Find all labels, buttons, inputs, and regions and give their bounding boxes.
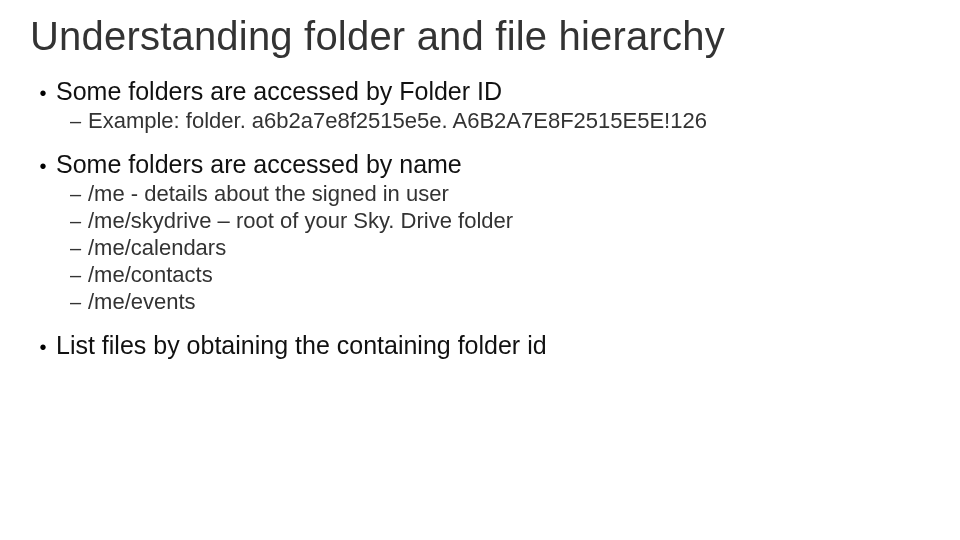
dash-icon: – bbox=[70, 237, 88, 260]
slide-title: Understanding folder and file hierarchy bbox=[30, 14, 930, 59]
dash-icon: – bbox=[70, 110, 88, 133]
dash-icon: – bbox=[70, 210, 88, 233]
bullet-dot-icon: • bbox=[30, 156, 56, 176]
sub-bullet-item: – /me/events bbox=[70, 289, 930, 315]
bullet-row: • Some folders are accessed by name bbox=[30, 150, 930, 179]
bullet-item: • List files by obtaining the containing… bbox=[30, 331, 930, 360]
sub-bullet-item: – /me/skydrive – root of your Sky. Drive… bbox=[70, 208, 930, 234]
dash-icon: – bbox=[70, 183, 88, 206]
sub-bullet-list: – Example: folder. a6b2a7e8f2515e5e. A6B… bbox=[70, 108, 930, 134]
dash-icon: – bbox=[70, 291, 88, 314]
sub-bullet-text: /me/contacts bbox=[88, 262, 213, 288]
sub-bullet-text: /me/calendars bbox=[88, 235, 226, 261]
sub-bullet-text: Example: folder. a6b2a7e8f2515e5e. A6B2A… bbox=[88, 108, 707, 134]
sub-bullet-list: – /me - details about the signed in user… bbox=[70, 181, 930, 315]
bullet-text: Some folders are accessed by name bbox=[56, 150, 462, 179]
bullet-text: Some folders are accessed by Folder ID bbox=[56, 77, 502, 106]
sub-bullet-text: /me - details about the signed in user bbox=[88, 181, 449, 207]
bullet-dot-icon: • bbox=[30, 337, 56, 357]
sub-bullet-item: – /me/calendars bbox=[70, 235, 930, 261]
bullet-row: • Some folders are accessed by Folder ID bbox=[30, 77, 930, 106]
bullet-row: • List files by obtaining the containing… bbox=[30, 331, 930, 360]
sub-bullet-text: /me/events bbox=[88, 289, 196, 315]
bullet-list: • Some folders are accessed by Folder ID… bbox=[30, 77, 930, 360]
sub-bullet-text: /me/skydrive – root of your Sky. Drive f… bbox=[88, 208, 513, 234]
sub-bullet-item: – Example: folder. a6b2a7e8f2515e5e. A6B… bbox=[70, 108, 930, 134]
bullet-item: • Some folders are accessed by name – /m… bbox=[30, 150, 930, 315]
sub-bullet-item: – /me/contacts bbox=[70, 262, 930, 288]
dash-icon: – bbox=[70, 264, 88, 287]
sub-bullet-item: – /me - details about the signed in user bbox=[70, 181, 930, 207]
bullet-text: List files by obtaining the containing f… bbox=[56, 331, 547, 360]
bullet-item: • Some folders are accessed by Folder ID… bbox=[30, 77, 930, 134]
slide: Understanding folder and file hierarchy … bbox=[0, 0, 960, 540]
bullet-dot-icon: • bbox=[30, 83, 56, 103]
